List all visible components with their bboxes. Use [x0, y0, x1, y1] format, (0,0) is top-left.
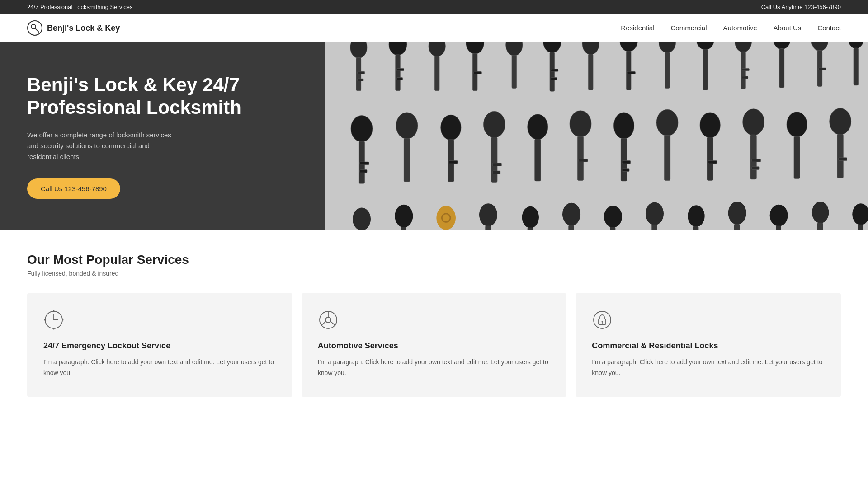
svg-point-106	[728, 202, 746, 225]
service-description-automotive: I'm a paragraph. Click here to add your …	[318, 357, 551, 379]
logo[interactable]: Benji's Lock & Key	[27, 20, 120, 36]
svg-point-70	[743, 109, 764, 136]
svg-rect-107	[734, 224, 740, 230]
svg-rect-13	[434, 56, 439, 91]
banner-left-text: 24/7 Professional Locksmithing Services	[27, 4, 132, 10]
hero-content: Benji's Lock & Key 24/7 Professional Loc…	[27, 74, 298, 199]
svg-rect-20	[550, 52, 555, 92]
svg-rect-100	[610, 227, 615, 230]
svg-rect-54	[492, 163, 501, 166]
nav-link-residential[interactable]: Residential	[621, 24, 654, 32]
nav-item-residential[interactable]: Residential	[621, 24, 654, 32]
hero-description: We offer a complete range of locksmith s…	[27, 130, 181, 162]
svg-rect-77	[837, 134, 843, 178]
svg-rect-18	[512, 55, 517, 88]
svg-rect-5	[356, 58, 361, 91]
svg-rect-111	[776, 226, 781, 230]
hero-cta-button[interactable]: Call Us 123-456-7890	[27, 178, 120, 199]
svg-rect-75	[794, 136, 800, 178]
svg-point-125	[326, 317, 331, 323]
svg-rect-45	[360, 162, 369, 165]
svg-point-61	[613, 113, 634, 139]
svg-rect-42	[854, 48, 859, 85]
svg-point-122	[44, 319, 46, 321]
steering-wheel-icon	[318, 310, 339, 330]
svg-rect-9	[396, 55, 401, 91]
svg-rect-96	[568, 225, 574, 230]
svg-rect-40	[819, 68, 826, 70]
service-title-emergency: 24/7 Emergency Lockout Service	[43, 341, 276, 351]
svg-line-128	[330, 322, 335, 326]
nav-item-contact[interactable]: Contact	[817, 24, 841, 32]
svg-rect-29	[665, 52, 670, 89]
svg-point-83	[395, 205, 413, 228]
svg-rect-53	[491, 137, 497, 183]
svg-point-120	[53, 310, 55, 312]
hero-section: Benji's Lock & Key 24/7 Professional Loc…	[0, 42, 868, 230]
svg-rect-62	[621, 138, 627, 181]
svg-point-95	[562, 203, 580, 226]
svg-rect-115	[858, 225, 863, 230]
services-grid: 24/7 Emergency Lockout Service I'm a par…	[27, 293, 841, 397]
header: Benji's Lock & Key Residential Commercia…	[0, 14, 868, 42]
service-title-commercial: Commercial & Residential Locks	[592, 341, 825, 351]
nav-item-commercial[interactable]: Commercial	[671, 24, 707, 32]
svg-rect-73	[752, 167, 760, 170]
svg-point-99	[604, 206, 622, 228]
svg-point-110	[770, 205, 788, 226]
svg-point-101	[646, 202, 664, 225]
service-description-commercial: I'm a paragraph. Click here to add your …	[592, 357, 825, 379]
services-section: Our Most Popular Services Fully licensed…	[0, 230, 868, 424]
svg-rect-35	[742, 76, 748, 79]
hero-right-panel	[326, 42, 868, 230]
nav-link-automotive[interactable]: Automotive	[723, 24, 757, 32]
svg-rect-63	[622, 161, 631, 164]
svg-rect-48	[404, 138, 410, 182]
svg-rect-22	[551, 78, 557, 80]
nav-list: Residential Commercial Automotive About …	[621, 24, 841, 32]
nav-item-automotive[interactable]: Automotive	[723, 24, 757, 32]
hero-left-panel: Benji's Lock & Key 24/7 Professional Loc…	[0, 42, 326, 230]
svg-point-47	[396, 113, 418, 139]
nav-item-about[interactable]: About Us	[774, 24, 802, 32]
svg-rect-46	[360, 170, 367, 173]
svg-rect-27	[627, 71, 635, 74]
services-subheading: Fully licensed, bonded & insured	[27, 270, 841, 277]
svg-point-93	[522, 206, 539, 228]
svg-rect-84	[401, 227, 406, 230]
svg-rect-94	[528, 228, 533, 230]
nav-link-contact[interactable]: Contact	[817, 24, 841, 32]
svg-rect-69	[708, 161, 717, 164]
svg-point-67	[700, 113, 720, 138]
svg-rect-26	[626, 51, 631, 90]
lock-icon	[592, 310, 613, 330]
svg-rect-68	[707, 137, 713, 181]
svg-rect-55	[492, 171, 500, 174]
svg-rect-31	[703, 49, 708, 90]
svg-point-76	[830, 108, 851, 135]
svg-rect-10	[396, 69, 404, 71]
svg-line-2	[35, 28, 39, 32]
svg-rect-91	[485, 226, 491, 230]
keys-image	[326, 42, 868, 230]
services-heading: Our Most Popular Services	[27, 253, 841, 267]
svg-rect-105	[693, 226, 698, 230]
logo-text: Benji's Lock & Key	[47, 23, 120, 33]
svg-rect-11	[396, 78, 402, 80]
svg-rect-7	[358, 79, 363, 81]
service-card-commercial: Commercial & Residential Locks I'm a par…	[576, 293, 841, 397]
svg-rect-16	[474, 71, 481, 74]
nav-link-about[interactable]: About Us	[774, 24, 802, 32]
svg-rect-64	[622, 169, 629, 172]
svg-rect-57	[535, 139, 541, 181]
hero-title: Benji's Lock & Key 24/7 Professional Loc…	[27, 74, 298, 119]
svg-line-127	[321, 322, 326, 326]
svg-point-56	[528, 114, 548, 140]
nav-link-commercial[interactable]: Commercial	[671, 24, 707, 32]
svg-point-123	[62, 319, 64, 321]
svg-rect-59	[577, 136, 583, 180]
svg-rect-72	[752, 159, 761, 162]
main-nav: Residential Commercial Automotive About …	[621, 24, 841, 32]
svg-rect-78	[839, 158, 847, 161]
banner-right-text: Call Us Anytime 123-456-7890	[761, 4, 841, 10]
